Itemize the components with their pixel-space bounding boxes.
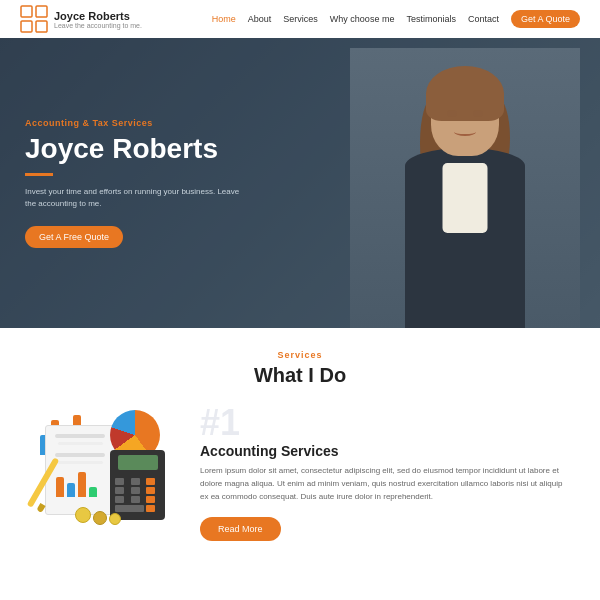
services-title: What I Do — [20, 364, 580, 387]
hero-content: Accounting & Tax Services Joyce Roberts … — [0, 38, 330, 328]
hero-cta-button[interactable]: Get A Free Quote — [25, 226, 123, 248]
hero-title: Joyce Roberts — [25, 134, 305, 165]
accounting-illustration — [35, 405, 175, 525]
nav-home[interactable]: Home — [212, 14, 236, 24]
hero-description: Invest your time and efforts on running … — [25, 186, 245, 210]
services-section: Services What I Do — [0, 328, 600, 557]
service-content: #1 Accounting Services Lorem ipsum dolor… — [200, 405, 570, 541]
svg-rect-3 — [36, 21, 47, 32]
logo-tagline: Leave the accounting to me. — [54, 22, 142, 29]
read-more-button[interactable]: Read More — [200, 517, 281, 541]
hero-person-image — [350, 48, 580, 328]
service-row: #1 Accounting Services Lorem ipsum dolor… — [20, 405, 580, 541]
hero-subtitle: Accounting & Tax Services — [25, 118, 305, 128]
nav-why[interactable]: Why choose me — [330, 14, 395, 24]
services-label: Services — [20, 350, 580, 360]
nav-about[interactable]: About — [248, 14, 272, 24]
logo-icon — [20, 5, 48, 33]
navbar: Joyce Roberts Leave the accounting to me… — [0, 0, 600, 38]
hero-divider — [25, 173, 53, 176]
logo: Joyce Roberts Leave the accounting to me… — [20, 5, 142, 33]
logo-name: Joyce Roberts — [54, 10, 142, 22]
hero-section: Accounting & Tax Services Joyce Roberts … — [0, 38, 600, 328]
service-number: #1 — [200, 405, 570, 441]
service-image — [30, 405, 180, 525]
nav-links: Home About Services Why choose me Testim… — [212, 10, 580, 28]
svg-rect-2 — [21, 21, 32, 32]
get-quote-button[interactable]: Get A Quote — [511, 10, 580, 28]
service-name: Accounting Services — [200, 443, 570, 459]
svg-rect-0 — [21, 6, 32, 17]
svg-rect-1 — [36, 6, 47, 17]
nav-services[interactable]: Services — [283, 14, 318, 24]
nav-contact[interactable]: Contact — [468, 14, 499, 24]
nav-testimonials[interactable]: Testimonials — [406, 14, 456, 24]
service-description: Lorem ipsum dolor sit amet, consectetur … — [200, 465, 570, 503]
